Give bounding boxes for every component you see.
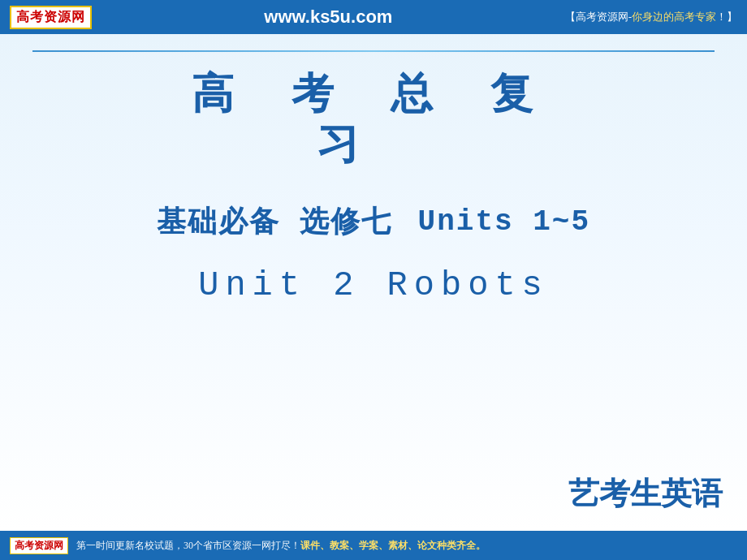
footer-highlight: 课件、教案、学案、素材、论文种类齐全。 (300, 540, 486, 551)
big-title-line1: 高 考 总 复 (192, 68, 555, 118)
header-logo-text: 高考资源网 (16, 9, 85, 26)
subtitle-units: Units 1~5 (399, 205, 590, 239)
header-logo-box: 高考资源网 (10, 6, 92, 29)
footer-bar: 高考资源网 第一时间更新名校试题，30个省市区资源一网打尽！课件、教案、学案、素… (0, 531, 747, 560)
unit-line: Unit 2 Robots (198, 266, 549, 305)
tagline-highlight: 你身边的高考专家 (632, 11, 716, 23)
big-title-line2: 习 (317, 118, 382, 169)
footer-text: 第一时间更新名校试题，30个省市区资源一网打尽！课件、教案、学案、素材、论文种类… (76, 539, 486, 553)
subtitle-text: 基础必备 选修七 (157, 202, 392, 242)
subtitle: 基础必备 选修七 Units 1~5 (157, 202, 590, 242)
watermark-text: 艺考生英语 (568, 473, 723, 515)
deco-line-top (32, 50, 715, 52)
website-url: www.ks5u.com (105, 6, 552, 28)
footer-logo: 高考资源网 (10, 537, 68, 554)
main-content: 高 考 总 复 习 基础必备 选修七 Units 1~5 Unit 2 Robo… (0, 34, 747, 531)
header-bar: 高考资源网 www.ks5u.com 【高考资源网-你身边的高考专家！】 (0, 0, 747, 34)
header-tagline: 【高考资源网-你身边的高考专家！】 (565, 10, 737, 24)
